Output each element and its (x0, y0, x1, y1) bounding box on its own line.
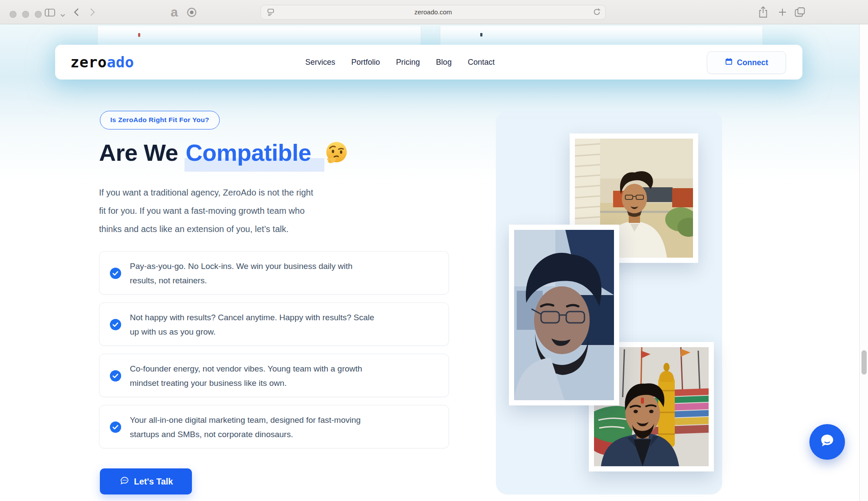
logo-text-ado: ado (107, 53, 134, 71)
site-logo[interactable]: zeroado (70, 55, 134, 70)
nav-link-portfolio[interactable]: Portfolio (351, 58, 380, 67)
close-window-button[interactable] (10, 11, 17, 18)
refresh-icon[interactable] (593, 8, 601, 18)
chat-balloon-icon (818, 431, 837, 452)
connect-button-label: Connect (737, 58, 768, 67)
sidebar-toggle-icon[interactable] (45, 9, 55, 18)
heading-highlight: Compatible (185, 139, 324, 172)
chevron-down-icon[interactable] (60, 11, 65, 19)
benefit-text: Your all-in-one digital marketing team, … (130, 413, 361, 441)
benefit-text: Pay-as-you-go. No Lock-ins. We win your … (130, 259, 353, 288)
nav-link-pricing[interactable]: Pricing (396, 58, 420, 67)
paragraph-line: fit for you. If you want a fast-moving g… (99, 202, 313, 220)
previous-section-text-fragment (480, 33, 482, 36)
paragraph-line: thinks and acts like an extension of you… (99, 220, 313, 238)
site-navbar: zeroado Services Portfolio Pricing Blog … (55, 45, 802, 80)
previous-section-card (440, 26, 763, 45)
heading-prefix: Are We (99, 139, 178, 166)
forward-button[interactable] (90, 8, 96, 18)
share-icon[interactable] (758, 6, 768, 20)
webpage: zeroado Services Portfolio Pricing Blog … (0, 24, 868, 501)
section-badge: Is ZeroAdo Right Fit For You? (100, 111, 220, 129)
check-circle-icon (110, 421, 121, 433)
benefit-card: Your all-in-one digital marketing team, … (99, 405, 449, 448)
benefit-text: Co-founder energy, not vendor vibes. You… (130, 362, 362, 390)
nav-link-services[interactable]: Services (305, 58, 335, 67)
address-bar[interactable]: zeroado.com (261, 5, 606, 20)
zoom-window-button[interactable] (35, 11, 42, 18)
connect-button[interactable]: Connect (707, 51, 786, 74)
nav-link-contact[interactable]: Contact (468, 58, 495, 67)
scrollbar-thumb[interactable] (861, 350, 867, 375)
page-title: Are We Compatible (99, 136, 348, 169)
scrollbar-track[interactable] (860, 24, 868, 501)
extension-a-icon[interactable]: a (171, 6, 178, 19)
extension-record-icon[interactable] (187, 7, 197, 19)
benefit-text: Not happy with results? Cancel anytime. … (130, 310, 374, 339)
browser-window: a zeroado.com (0, 0, 868, 501)
minimize-window-button[interactable] (22, 11, 29, 18)
benefit-card: Co-founder energy, not vendor vibes. You… (99, 354, 449, 397)
back-button[interactable] (73, 8, 79, 18)
logo-text-zero: zero (70, 53, 107, 71)
chat-bubble-icon (119, 475, 129, 488)
tab-overview-icon[interactable] (794, 7, 805, 19)
thinking-face-emoji (325, 139, 348, 162)
check-circle-icon (110, 370, 121, 382)
lets-talk-button[interactable]: Let's Talk (100, 468, 192, 494)
previous-section-logo-fragment (138, 33, 140, 37)
chat-widget-button[interactable] (809, 424, 845, 460)
check-circle-icon (110, 268, 121, 279)
nav-links: Services Portfolio Pricing Blog Contact (305, 45, 495, 80)
calendar-icon (725, 57, 733, 68)
nav-link-blog[interactable]: Blog (436, 58, 452, 67)
team-photo-office (509, 225, 619, 405)
benefit-card: Not happy with results? Cancel anytime. … (99, 302, 449, 346)
section-paragraph: If you want a traditional agency, ZeroAd… (99, 183, 313, 238)
previous-section-card (97, 26, 421, 45)
benefit-card: Pay-as-you-go. No Lock-ins. We win your … (99, 251, 449, 295)
browser-toolbar: a zeroado.com (0, 0, 868, 24)
paragraph-line: If you want a traditional agency, ZeroAd… (99, 183, 313, 202)
url-text[interactable]: zeroado.com (261, 5, 605, 19)
check-circle-icon (110, 319, 121, 330)
lets-talk-label: Let's Talk (134, 477, 173, 487)
new-tab-icon[interactable] (778, 7, 787, 19)
